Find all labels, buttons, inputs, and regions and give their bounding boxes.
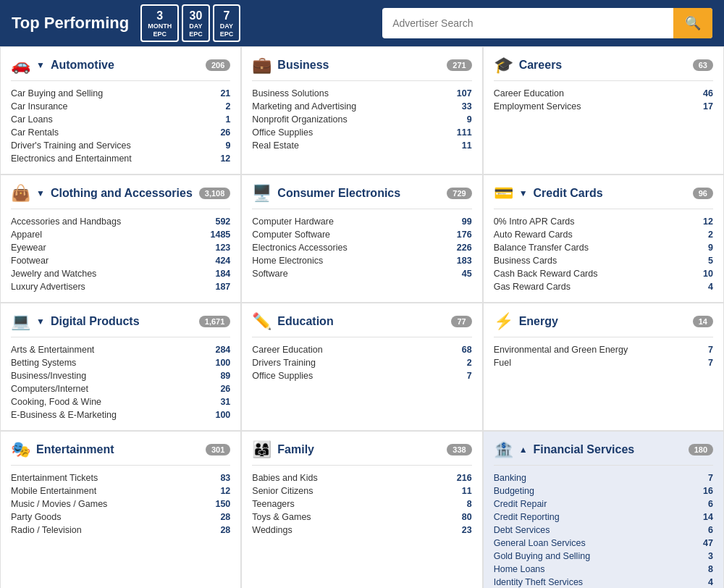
- list-item[interactable]: Home Loans8: [494, 563, 713, 576]
- list-item[interactable]: Toys & Games80: [252, 511, 471, 524]
- clothing-toggle[interactable]: ▼: [36, 188, 45, 198]
- automotive-title[interactable]: Automotive: [51, 59, 114, 72]
- list-item[interactable]: Electronics and Entertainment12: [11, 152, 230, 165]
- list-item[interactable]: Car Insurance2: [11, 100, 230, 113]
- list-item[interactable]: Driver's Training and Services9: [11, 139, 230, 152]
- consumer-electronics-title[interactable]: Consumer Electronics: [277, 187, 400, 200]
- list-item[interactable]: Car Loans1: [11, 113, 230, 126]
- 3-month-epc-button[interactable]: 3MONTHEPC: [140, 4, 179, 43]
- list-item[interactable]: Office Supplies111: [252, 126, 471, 139]
- list-item[interactable]: Car Rentals26: [11, 126, 230, 139]
- business-title[interactable]: Business: [277, 59, 329, 72]
- item-name: Business Solutions: [252, 88, 329, 98]
- credit-cards-title[interactable]: Credit Cards: [534, 187, 603, 200]
- list-item[interactable]: Drivers Training2: [252, 356, 471, 369]
- list-item[interactable]: Gas Reward Cards4: [494, 280, 713, 293]
- list-item[interactable]: Radio / Television28: [11, 524, 230, 537]
- list-item[interactable]: Employment Services17: [494, 100, 713, 113]
- list-item[interactable]: 0% Intro APR Cards12: [494, 215, 713, 228]
- 7-day-epc-button[interactable]: 7DAYEPC: [213, 4, 241, 43]
- list-item[interactable]: Eyewear123: [11, 241, 230, 254]
- list-item[interactable]: Teenagers8: [252, 497, 471, 511]
- list-item[interactable]: Luxury Advertisers187: [11, 280, 230, 293]
- list-item[interactable]: Identity Theft Services4: [494, 576, 713, 588]
- item-count: 424: [205, 256, 230, 266]
- list-item[interactable]: Jewelry and Watches184: [11, 267, 230, 280]
- list-item[interactable]: Environmental and Green Energy7: [494, 343, 713, 356]
- list-item[interactable]: Babies and Kids216: [252, 471, 471, 484]
- list-item[interactable]: Footwear424: [11, 254, 230, 267]
- item-name: Entertainment Tickets: [11, 473, 98, 483]
- list-item[interactable]: Budgeting16: [494, 484, 713, 497]
- list-item[interactable]: Marketing and Advertising33: [252, 100, 471, 113]
- credit-cards-toggle[interactable]: ▼: [519, 188, 528, 198]
- list-item[interactable]: Mobile Entertainment12: [11, 484, 230, 497]
- list-item[interactable]: Credit Repair6: [494, 497, 713, 511]
- financial-services-toggle[interactable]: ▲: [519, 445, 528, 455]
- list-item[interactable]: Career Education68: [252, 343, 471, 356]
- list-item[interactable]: Nonprofit Organizations9: [252, 113, 471, 126]
- clothing-title[interactable]: Clothing and Accessories: [51, 187, 193, 200]
- list-item[interactable]: Career Education46: [494, 87, 713, 100]
- list-item[interactable]: Business/Investing89: [11, 369, 230, 382]
- list-item[interactable]: Senior Citizens11: [252, 484, 471, 497]
- item-name: 0% Intro APR Cards: [494, 217, 575, 227]
- energy-title[interactable]: Energy: [519, 315, 558, 328]
- education-title[interactable]: Education: [277, 315, 333, 328]
- search-button[interactable]: 🔍: [673, 8, 712, 38]
- list-item[interactable]: Home Electronics183: [252, 254, 471, 267]
- careers-title[interactable]: Careers: [519, 59, 563, 72]
- list-item[interactable]: Weddings23: [252, 524, 471, 537]
- list-item[interactable]: Apparel1485: [11, 228, 230, 241]
- list-item[interactable]: Credit Reporting14: [494, 511, 713, 524]
- list-item[interactable]: Betting Systems100: [11, 356, 230, 369]
- digital-products-toggle[interactable]: ▼: [36, 316, 45, 327]
- financial-services-title[interactable]: Financial Services: [534, 443, 635, 456]
- item-name: Software: [252, 269, 287, 279]
- list-item[interactable]: Business Cards5: [494, 254, 713, 267]
- item-count: 14: [688, 512, 713, 522]
- list-item[interactable]: Computers/Internet26: [11, 382, 230, 395]
- list-item[interactable]: Gold Buying and Selling3: [494, 550, 713, 563]
- list-item[interactable]: Office Supplies7: [252, 369, 471, 382]
- item-count: 83: [205, 473, 230, 483]
- list-item[interactable]: Cash Back Reward Cards10: [494, 267, 713, 280]
- 30-day-epc-button[interactable]: 30DAYEPC: [182, 4, 210, 43]
- search-input[interactable]: [382, 10, 673, 36]
- list-item[interactable]: Entertainment Tickets83: [11, 471, 230, 484]
- item-name: Employment Services: [494, 101, 581, 112]
- digital-products-title[interactable]: Digital Products: [51, 315, 140, 328]
- list-item[interactable]: E-Business & E-Marketing100: [11, 408, 230, 421]
- list-item[interactable]: Banking7: [494, 471, 713, 484]
- energy-count-badge: 14: [693, 316, 713, 327]
- list-item[interactable]: Balance Transfer Cards9: [494, 241, 713, 254]
- list-item[interactable]: Accessories and Handbags592: [11, 215, 230, 228]
- entertainment-title[interactable]: Entertainment: [36, 443, 114, 456]
- list-item[interactable]: Music / Movies / Games150: [11, 497, 230, 511]
- list-item[interactable]: Computer Hardware99: [252, 215, 471, 228]
- list-item[interactable]: Software45: [252, 267, 471, 280]
- list-item[interactable]: Debt Services6: [494, 524, 713, 537]
- list-item[interactable]: Fuel7: [494, 356, 713, 369]
- list-item[interactable]: Car Buying and Selling21: [11, 87, 230, 100]
- item-name: Nonprofit Organizations: [252, 114, 347, 125]
- list-item[interactable]: Computer Software176: [252, 228, 471, 241]
- list-item[interactable]: Real Estate11: [252, 139, 471, 152]
- item-name: Car Insurance: [11, 101, 68, 112]
- list-item[interactable]: Arts & Entertainment284: [11, 343, 230, 356]
- family-title[interactable]: Family: [277, 443, 314, 456]
- item-name: Cooking, Food & Wine: [11, 397, 101, 407]
- item-count: 11: [447, 486, 472, 496]
- item-name: Career Education: [252, 345, 322, 355]
- automotive-toggle[interactable]: ▼: [36, 60, 45, 70]
- consumer-electronics-icon: 🖥️: [252, 184, 272, 203]
- careers-icon: 🎓: [494, 56, 513, 75]
- list-item[interactable]: Auto Reward Cards2: [494, 228, 713, 241]
- list-item[interactable]: Electronics Accessories226: [252, 241, 471, 254]
- item-name: Radio / Television: [11, 525, 82, 535]
- list-item[interactable]: General Loan Services47: [494, 537, 713, 550]
- list-item[interactable]: Cooking, Food & Wine31: [11, 395, 230, 408]
- list-item[interactable]: Party Goods28: [11, 511, 230, 524]
- list-item[interactable]: Business Solutions107: [252, 87, 471, 100]
- item-count: 80: [447, 512, 472, 522]
